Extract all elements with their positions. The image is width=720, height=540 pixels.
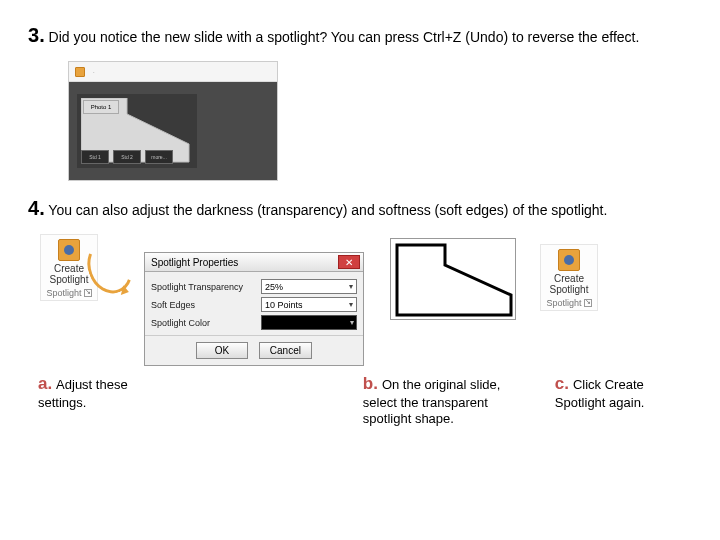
- spotlight-outline-icon: [395, 243, 513, 317]
- figure-photo-box: Photo 1: [83, 100, 119, 114]
- create-spotlight-icon: [58, 239, 80, 261]
- dropdown-spotlight-color[interactable]: ▾: [261, 315, 357, 330]
- dialog-titlebar: Spotlight Properties ✕: [145, 253, 363, 272]
- create-spotlight-button-2[interactable]: Create Spotlight Spotlight: [540, 244, 598, 311]
- label-spotlight-color: Spotlight Color: [151, 318, 210, 328]
- step-3-number: 3: [28, 24, 39, 46]
- figure-cell: Std 2: [113, 150, 141, 164]
- figure-ribbon-badge-icon: [75, 67, 85, 77]
- substep-b-num: b: [363, 374, 373, 393]
- ok-button[interactable]: OK: [196, 342, 248, 359]
- step-3: 3. Did you notice the new slide with a s…: [28, 24, 692, 47]
- label-soft-edges: Soft Edges: [151, 300, 195, 310]
- substep-c: c. Click Create Spotlight again.: [555, 374, 692, 410]
- create-spotlight-label1: Create: [543, 273, 595, 284]
- row-soft-edges: Soft Edges 10 Points ▾: [151, 297, 357, 312]
- figure-ribbon: ·: [69, 62, 277, 82]
- ribbon-group-label: Spotlight: [43, 288, 95, 298]
- create-spotlight-icon: [558, 249, 580, 271]
- dialog-launcher-icon[interactable]: [584, 299, 592, 307]
- chevron-down-icon: ▾: [349, 300, 353, 309]
- substep-c-num: c: [555, 374, 564, 393]
- figure-cell: Std 1: [81, 150, 109, 164]
- close-icon: ✕: [345, 257, 353, 268]
- substep-captions: a. Adjust these settings. b. On the orig…: [28, 374, 692, 426]
- col-a: Create Spotlight Spotlight: [40, 234, 134, 304]
- figure-cell: more...: [145, 150, 173, 164]
- dropdown-transparency[interactable]: 25% ▾: [261, 279, 357, 294]
- substep-c-text: Click Create Spotlight again.: [555, 377, 645, 410]
- svg-marker-1: [397, 245, 511, 315]
- step-3-dot: .: [39, 24, 45, 46]
- dropdown-soft-edges[interactable]: 10 Points ▾: [261, 297, 357, 312]
- figure-slide: Photo 1 Std 1 Std 2 more...: [77, 94, 197, 168]
- row-transparency: Spotlight Transparency 25% ▾: [151, 279, 357, 294]
- create-spotlight-label2: Spotlight: [543, 284, 595, 295]
- dialog-launcher-icon[interactable]: [84, 289, 92, 297]
- step-4-text: You can also adjust the darkness (transp…: [48, 202, 607, 218]
- figure-canvas: Photo 1 Std 1 Std 2 more...: [69, 82, 277, 180]
- step-3-text: Did you notice the new slide with a spot…: [49, 29, 640, 45]
- curved-arrow-icon: [98, 234, 134, 304]
- substep-b: b. On the original slide, select the tra…: [363, 374, 533, 426]
- chevron-down-icon: ▾: [349, 282, 353, 291]
- col-c: Create Spotlight Spotlight: [540, 234, 598, 311]
- figure-bottom-row: Std 1 Std 2 more...: [81, 150, 173, 164]
- chevron-down-icon: ▾: [350, 318, 354, 327]
- col-b: [390, 234, 516, 320]
- row-spotlight-color: Spotlight Color ▾: [151, 315, 357, 330]
- figure-spotlight-shape: [390, 238, 516, 320]
- step-4-number: 4: [28, 197, 39, 219]
- substep-b-text: On the original slide, select the transp…: [363, 377, 501, 426]
- ribbon-group-label: Spotlight: [543, 298, 595, 308]
- dialog-title: Spotlight Properties: [151, 257, 238, 268]
- label-transparency: Spotlight Transparency: [151, 282, 243, 292]
- step-4: 4. You can also adjust the darkness (tra…: [28, 197, 692, 220]
- substep-a-text: Adjust these settings.: [38, 377, 128, 410]
- cancel-button[interactable]: Cancel: [259, 342, 312, 359]
- create-spotlight-label2: Spotlight: [43, 274, 95, 285]
- substep-a: a. Adjust these settings.: [38, 374, 145, 410]
- dialog-close-button[interactable]: ✕: [338, 255, 360, 269]
- figure-slide-spotlight: · Photo 1 Std 1 Std 2 more...: [68, 61, 278, 181]
- substeps-row: Create Spotlight Spotlight Spotlight Pro…: [28, 234, 692, 366]
- spotlight-properties-dialog: Spotlight Properties ✕ Spotlight Transpa…: [144, 252, 364, 366]
- step-4-dot: .: [39, 197, 45, 219]
